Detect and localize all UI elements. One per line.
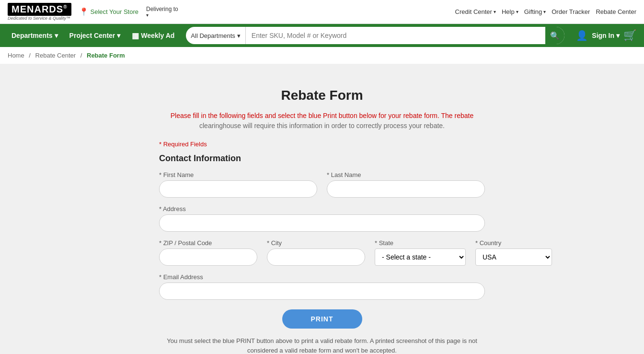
department-dropdown[interactable]: All Departments ▾ — [186, 27, 245, 44]
required-fields-note: * Required Fields — [159, 141, 485, 148]
first-name-group: * First Name — [159, 171, 317, 198]
form-title: Rebate Form — [159, 88, 485, 103]
chevron-down-icon: ▾ — [516, 9, 518, 14]
breadcrumb: Home / Rebate Center / Rebate Form — [0, 47, 644, 64]
rebate-center-top-link[interactable]: Rebate Center — [596, 8, 636, 15]
store-select[interactable]: 📍 Select Your Store — [79, 7, 138, 16]
country-group: * Country USA Canada — [475, 239, 552, 266]
last-name-input[interactable] — [327, 180, 485, 198]
city-input[interactable] — [267, 248, 365, 266]
logo-tagline: Dedicated to Service & Quality™ — [8, 16, 70, 21]
departments-nav[interactable]: Departments ▾ — [8, 24, 62, 47]
nav-right: 👤 Sign In ▾ 🛒 — [576, 29, 636, 42]
last-name-label: * Last Name — [327, 171, 485, 178]
main-content: Rebate Form Please fill in the following… — [0, 64, 644, 354]
delivering-to[interactable]: Delivering to ▾ — [146, 6, 178, 18]
first-name-label: * First Name — [159, 171, 317, 178]
country-label: * Country — [475, 239, 552, 247]
form-intro-text2: clearinghouse will require this informat… — [199, 122, 445, 130]
state-select[interactable]: - Select a state - Alabama Alaska Arizon… — [375, 248, 466, 266]
user-icon: 👤 — [576, 30, 588, 41]
form-intro-text1: Please fill in the following fields and … — [171, 112, 473, 119]
cart-icon[interactable]: 🛒 — [623, 29, 636, 42]
city-label: * City — [267, 239, 365, 247]
email-row: * Email Address — [159, 273, 485, 300]
weekly-ad-icon: ▦ — [132, 31, 139, 40]
address-row: * Address — [159, 205, 485, 232]
address-label: * Address — [159, 205, 485, 212]
delivering-label: Delivering to — [146, 6, 178, 12]
nav-bar: Departments ▾ Project Center ▾ ▦ Weekly … — [0, 24, 644, 47]
top-bar: MENARDS® Dedicated to Service & Quality™… — [0, 0, 644, 24]
chevron-down-icon: ▾ — [237, 32, 241, 39]
zip-label: * ZIP / Postal Code — [159, 239, 257, 247]
location-pin-icon: 📍 — [79, 7, 89, 16]
email-label: * Email Address — [159, 273, 485, 281]
name-row: * First Name * Last Name — [159, 171, 485, 198]
search-icon: 🔍 — [550, 31, 560, 40]
country-select[interactable]: USA Canada — [475, 248, 552, 266]
breadcrumb-separator: / — [80, 52, 82, 59]
email-group: * Email Address — [159, 273, 485, 300]
contact-info-title: Contact Information — [159, 153, 485, 164]
first-name-input[interactable] — [159, 180, 317, 198]
logo: MENARDS® Dedicated to Service & Quality™ — [8, 3, 71, 21]
order-tracker-link[interactable]: Order Tracker — [552, 8, 590, 15]
top-bar-right: Credit Center ▾ Help ▾ Gifting ▾ Order T… — [455, 8, 636, 15]
search-input[interactable] — [246, 32, 546, 39]
location-row: * ZIP / Postal Code * City * State - Sel… — [159, 239, 485, 266]
breadcrumb-rebate-center[interactable]: Rebate Center — [35, 52, 76, 59]
breadcrumb-home[interactable]: Home — [8, 52, 24, 59]
address-input[interactable] — [159, 214, 485, 232]
help-link[interactable]: Help ▾ — [502, 8, 518, 15]
breadcrumb-separator: / — [29, 52, 31, 59]
zip-group: * ZIP / Postal Code — [159, 239, 257, 266]
credit-center-link[interactable]: Credit Center ▾ — [455, 8, 496, 15]
form-intro: Please fill in the following fields and … — [159, 111, 485, 131]
chevron-down-icon: ▾ — [117, 32, 120, 39]
state-label: * State — [375, 239, 466, 247]
chevron-down-icon: ▾ — [543, 9, 546, 14]
chevron-down-icon: ▾ — [146, 12, 178, 18]
email-input[interactable] — [159, 283, 485, 300]
search-button[interactable]: 🔍 — [545, 27, 564, 44]
address-group: * Address — [159, 205, 485, 232]
logo-text: MENARDS® — [8, 3, 71, 16]
state-group: * State - Select a state - Alabama Alask… — [375, 239, 466, 266]
project-center-nav[interactable]: Project Center ▾ — [66, 24, 125, 47]
print-button[interactable]: PRINT — [282, 309, 362, 329]
search-bar: All Departments ▾ 🔍 — [186, 27, 564, 44]
weekly-ad-nav[interactable]: ▦ Weekly Ad — [128, 24, 178, 47]
gifting-link[interactable]: Gifting ▾ — [524, 8, 546, 15]
breadcrumb-current: Rebate Form — [87, 52, 125, 59]
city-group: * City — [267, 239, 365, 266]
zip-input[interactable] — [159, 248, 257, 266]
store-select-label: Select Your Store — [91, 8, 138, 15]
sign-in-link[interactable]: Sign In ▾ — [592, 32, 620, 39]
last-name-group: * Last Name — [327, 171, 485, 198]
chevron-down-icon: ▾ — [494, 9, 496, 14]
form-container: Rebate Form Please fill in the following… — [140, 78, 504, 354]
chevron-down-icon: ▾ — [55, 32, 58, 39]
print-note: You must select the blue PRINT button ab… — [159, 336, 485, 354]
chevron-down-icon: ▾ — [616, 32, 620, 39]
